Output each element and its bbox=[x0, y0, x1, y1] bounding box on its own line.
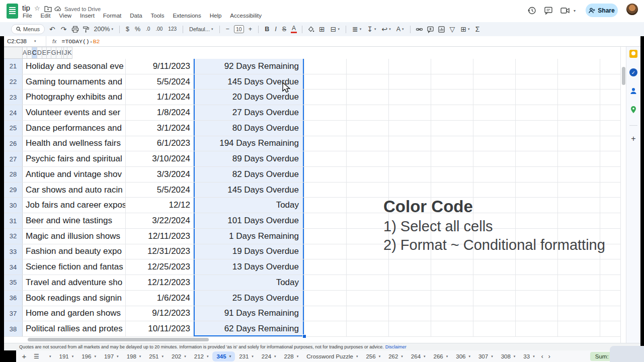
cell-empty[interactable] bbox=[600, 89, 620, 105]
horizontal-scrollbar[interactable] bbox=[23, 337, 619, 342]
insert-comment-button[interactable] bbox=[427, 26, 434, 33]
insert-chart-button[interactable] bbox=[438, 26, 445, 33]
horizontal-align-button[interactable]: ≣▾ bbox=[351, 23, 362, 36]
cell-empty[interactable] bbox=[558, 321, 600, 336]
cell-date[interactable]: 9/11/2023 bbox=[126, 59, 194, 74]
row-header[interactable]: 37 bbox=[4, 306, 23, 321]
cell-days-status[interactable]: 25 Days Overdue bbox=[194, 291, 304, 306]
sheet-tab[interactable]: 33▾ bbox=[519, 351, 538, 361]
cell-empty[interactable] bbox=[304, 275, 347, 290]
cell-empty[interactable] bbox=[473, 136, 516, 151]
cell-empty[interactable] bbox=[304, 121, 347, 136]
cell-empty[interactable] bbox=[347, 136, 389, 151]
video-call-icon[interactable] bbox=[560, 4, 571, 17]
cell-empty[interactable] bbox=[389, 151, 431, 166]
cell-empty[interactable] bbox=[347, 151, 389, 166]
paint-format-button[interactable] bbox=[83, 26, 90, 33]
cell-event-name[interactable]: Antique and vintage shov bbox=[23, 167, 126, 182]
cell-days-status[interactable]: Today bbox=[194, 275, 304, 290]
cell-days-status[interactable]: Today bbox=[194, 198, 304, 213]
cell-date[interactable]: 12/12/2023 bbox=[126, 275, 194, 290]
cell-empty[interactable] bbox=[389, 59, 431, 74]
row-header[interactable]: 36 bbox=[4, 291, 23, 306]
undo-button[interactable]: ↶ bbox=[48, 23, 56, 36]
sheet-tab-menu-icon[interactable]: ▾ bbox=[356, 354, 358, 358]
sheet-tab-menu-icon[interactable]: ▾ bbox=[252, 354, 254, 358]
cell-empty[interactable] bbox=[431, 183, 473, 198]
sheet-tab[interactable]: 308▾ bbox=[497, 351, 520, 361]
cell-empty[interactable] bbox=[516, 59, 558, 74]
cell-date[interactable]: 3/1/2024 bbox=[126, 121, 194, 136]
cell-empty[interactable] bbox=[431, 59, 473, 74]
cell-days-status[interactable]: 89 Days Overdue bbox=[194, 151, 304, 166]
cell-empty[interactable] bbox=[347, 244, 389, 259]
sheet-tab-menu-icon[interactable]: ▾ bbox=[49, 354, 51, 358]
cell-event-name[interactable]: Psychic fairs and spiritual bbox=[23, 151, 126, 166]
cell-empty[interactable] bbox=[304, 229, 347, 244]
cell-empty[interactable] bbox=[347, 213, 389, 228]
cell-event-name[interactable]: Travel and adventure sho bbox=[23, 275, 126, 290]
row-header[interactable]: 22 bbox=[4, 74, 23, 89]
cell-date[interactable]: 3/22/2024 bbox=[126, 213, 194, 228]
menu-item[interactable]: Edit bbox=[41, 13, 51, 19]
cell-event-name[interactable]: Job fairs and career expos bbox=[23, 198, 126, 213]
sheet-tab[interactable]: 262▾ bbox=[384, 351, 407, 361]
cell-empty[interactable] bbox=[347, 275, 389, 290]
cell-empty[interactable] bbox=[600, 321, 620, 336]
sheet-tab[interactable]: 198▾ bbox=[123, 351, 145, 361]
sheet-tab[interactable]: ▾ bbox=[42, 351, 55, 361]
zoom-select[interactable]: 200%▾ bbox=[93, 23, 115, 36]
row-header[interactable]: 34 bbox=[4, 259, 23, 275]
cell-date[interactable]: 1/6/2024 bbox=[126, 291, 194, 306]
cell-empty[interactable] bbox=[516, 121, 558, 136]
row-header[interactable]: 21 bbox=[4, 59, 23, 74]
cell-empty[interactable] bbox=[558, 275, 600, 290]
redo-button[interactable]: ↷ bbox=[60, 23, 68, 36]
cell-empty[interactable] bbox=[304, 306, 347, 321]
cell-date[interactable]: 3/10/2024 bbox=[126, 151, 194, 166]
column-header[interactable]: H bbox=[56, 47, 61, 59]
sheet-tab-menu-icon[interactable]: ▾ bbox=[72, 354, 74, 358]
cell-empty[interactable] bbox=[431, 291, 473, 306]
sheet-tab[interactable]: 212▾ bbox=[190, 351, 213, 361]
sheet-tab-menu-icon[interactable]: ▾ bbox=[379, 354, 381, 358]
cell-empty[interactable] bbox=[558, 74, 600, 89]
cell-date[interactable]: 1/1/2024 bbox=[126, 89, 194, 105]
cell-empty[interactable] bbox=[431, 259, 473, 275]
cell-empty[interactable] bbox=[600, 74, 620, 89]
format-currency-button[interactable]: $ bbox=[125, 23, 130, 36]
row-header[interactable]: 27 bbox=[4, 151, 23, 166]
cell-empty[interactable] bbox=[389, 89, 431, 105]
cell-empty[interactable] bbox=[347, 121, 389, 136]
cell-empty[interactable] bbox=[516, 259, 558, 275]
share-button[interactable]: Share bbox=[586, 4, 618, 17]
cell-event-name[interactable]: Car shows and auto racin bbox=[23, 183, 126, 198]
print-button[interactable] bbox=[71, 26, 79, 33]
cell-empty[interactable] bbox=[304, 213, 347, 228]
sheet-tab[interactable]: 197▾ bbox=[100, 351, 123, 361]
cell-empty[interactable] bbox=[389, 259, 431, 275]
cell-empty[interactable] bbox=[304, 105, 347, 120]
cell-days-status[interactable]: 13 Days Overdue bbox=[194, 259, 304, 275]
cell-empty[interactable] bbox=[431, 74, 473, 89]
cell-date[interactable]: 10/11/2023 bbox=[126, 321, 194, 336]
font-size-input[interactable]: 10 bbox=[234, 25, 244, 33]
cell-days-status[interactable]: 101 Days Overdue bbox=[194, 213, 304, 228]
cell-empty[interactable] bbox=[389, 183, 431, 198]
sheet-tab[interactable]: 345▾ bbox=[212, 351, 235, 361]
cell-empty[interactable] bbox=[516, 291, 558, 306]
star-icon[interactable]: ☆ bbox=[34, 5, 40, 12]
format-percent-button[interactable]: % bbox=[134, 23, 141, 36]
cell-empty[interactable] bbox=[516, 105, 558, 120]
cell-empty[interactable] bbox=[516, 306, 558, 321]
cell-empty[interactable] bbox=[516, 89, 558, 105]
cell-empty[interactable] bbox=[347, 291, 389, 306]
cell-event-name[interactable]: Volunteer events and ser bbox=[23, 105, 126, 120]
cell-date[interactable]: 1/8/2024 bbox=[126, 105, 194, 120]
vertical-scrollbar[interactable] bbox=[620, 47, 626, 343]
row-header[interactable]: 38 bbox=[4, 321, 23, 336]
cell-empty[interactable] bbox=[516, 151, 558, 166]
sheet-tab-menu-icon[interactable]: ▾ bbox=[139, 354, 141, 358]
vertical-scrollbar-thumb[interactable] bbox=[622, 67, 625, 85]
cell-empty[interactable] bbox=[600, 121, 620, 136]
